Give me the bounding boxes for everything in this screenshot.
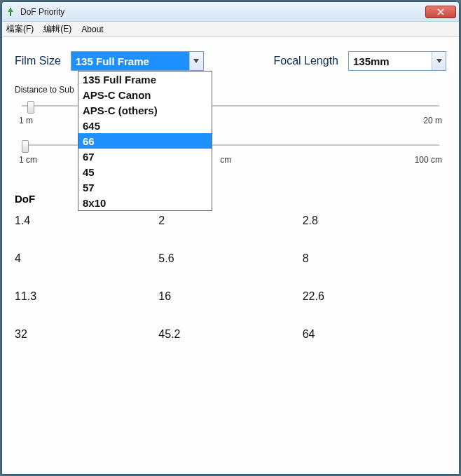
dof-value[interactable]: 2 [158,215,302,227]
tick-label: 100 cm [415,155,442,165]
film-size-label: Film Size [15,55,61,67]
film-size-selected: 135 Full Frame [71,52,189,70]
film-size-option[interactable]: 135 Full Frame [78,72,212,87]
slider-thumb[interactable] [22,140,29,153]
top-row: Film Size 135 Full Frame Focal Length 13… [15,51,446,71]
app-icon [5,6,16,18]
menu-about[interactable]: About [81,25,103,34]
tick-label: cm [220,155,231,165]
focal-length-combo[interactable]: 135mm [348,51,446,71]
film-size-option[interactable]: 645 [78,118,212,133]
menu-edit[interactable]: 編輯(E) [43,23,71,35]
dof-value[interactable]: 5.6 [158,252,302,265]
dof-value[interactable]: 45.2 [158,328,302,341]
dof-value[interactable]: 1.4 [15,215,158,227]
chevron-down-icon [432,52,446,70]
close-button[interactable] [425,6,456,18]
client-area: Film Size 135 Full Frame Focal Length 13… [2,37,459,474]
titlebar[interactable]: DoF Priority [2,2,459,22]
menubar: 檔案(F) 編輯(E) About [2,22,459,37]
dof-value[interactable]: 32 [15,328,158,341]
app-window: DoF Priority 檔案(F) 編輯(E) About Film Size… [1,1,460,475]
film-size-dropdown[interactable]: 135 Full FrameAPS-C CanonAPS-C (others)6… [78,71,212,211]
film-size-option[interactable]: APS-C Canon [78,87,212,102]
dof-value[interactable]: 11.3 [15,290,158,303]
tick-label: 20 m [423,116,442,125]
window-title: DoF Priority [20,7,425,17]
film-size-option[interactable]: APS-C (others) [78,102,212,118]
dof-section: DoF 1.422.845.6811.31622.63245.264 [15,193,446,341]
focal-length-label: Focal Length [273,55,338,67]
dof-value[interactable]: 4 [15,252,158,265]
dof-value[interactable]: 8 [303,252,446,265]
film-size-option[interactable]: 66 [78,133,212,149]
film-size-combo[interactable]: 135 Full Frame [71,51,204,71]
dof-grid: 1.422.845.6811.31622.63245.264 [15,215,446,341]
tick-label: 1 m [19,116,33,125]
slider-thumb[interactable] [27,101,34,114]
focal-length-selected: 135mm [349,52,432,70]
dof-value[interactable]: 16 [158,290,302,303]
film-size-option[interactable]: 8x10 [78,195,212,210]
film-size-option[interactable]: 67 [78,149,212,164]
film-size-option[interactable]: 45 [78,164,212,179]
dof-value[interactable]: 22.6 [303,290,446,303]
dof-value[interactable]: 64 [303,328,446,341]
film-size-option[interactable]: 57 [78,179,212,195]
dof-value[interactable]: 2.8 [303,215,446,227]
chevron-down-icon [189,52,203,70]
menu-file[interactable]: 檔案(F) [6,23,34,35]
tick-label: 1 cm [19,155,37,165]
close-icon [437,8,444,15]
